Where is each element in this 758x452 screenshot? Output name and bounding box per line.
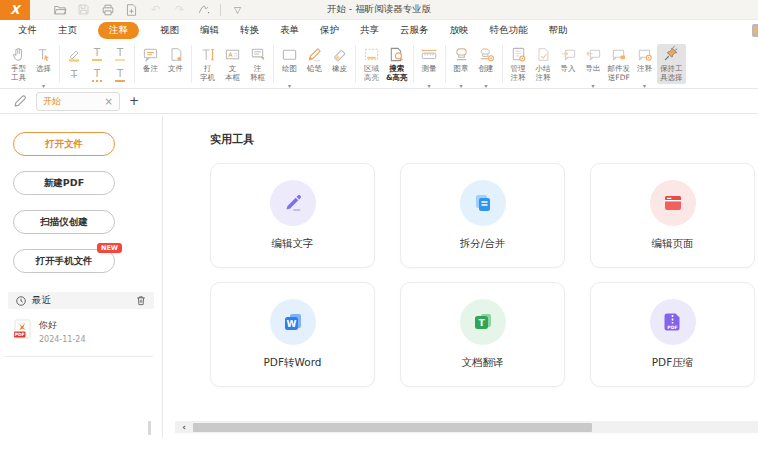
start-tab-label: 开始 bbox=[43, 95, 105, 108]
ribbon-divider bbox=[445, 45, 446, 83]
split-merge-icon bbox=[460, 180, 506, 226]
quill-pen-icon[interactable] bbox=[12, 93, 28, 109]
summarize-comments-button[interactable]: 小结 注释 bbox=[531, 44, 556, 82]
scrollbar-thumb[interactable] bbox=[193, 423, 592, 432]
menu-tab-file[interactable]: 文件 bbox=[18, 24, 37, 37]
open-mobile-file-button[interactable]: 打开手机文件 NEW bbox=[13, 249, 115, 273]
note-bubble-icon bbox=[142, 44, 159, 63]
pdf-to-word-card[interactable]: W PDF转Word bbox=[210, 282, 375, 387]
mobile-phone-icon[interactable] bbox=[752, 24, 758, 37]
pdf-compress-card[interactable]: PDF PDF压缩 bbox=[590, 282, 755, 387]
menu-tab-help[interactable]: 帮助 bbox=[549, 24, 568, 37]
ribbon-divider bbox=[273, 45, 274, 83]
menu-tab-edit[interactable]: 编辑 bbox=[200, 24, 219, 37]
new-document-icon[interactable] bbox=[124, 2, 139, 17]
manage-comments-icon bbox=[510, 44, 527, 63]
scrollbar-grip[interactable] bbox=[148, 421, 151, 435]
content-area: 打开文件 新建PDF 扫描仪创建 打开手机文件 NEW 最近 PDF bbox=[0, 114, 758, 452]
text-markup-group bbox=[63, 45, 131, 85]
text-underline-thin-icon[interactable] bbox=[109, 45, 131, 64]
tool-cards-grid: 编辑文字 拆分/合并 编辑页面 W PDF转Word bbox=[210, 163, 758, 387]
callout-button[interactable]: 注 释框 bbox=[245, 44, 270, 82]
export-comments-button[interactable]: 导出 bbox=[581, 44, 606, 92]
text-squiggly-icon[interactable] bbox=[86, 66, 108, 85]
menu-tab-share[interactable]: 共享 bbox=[360, 24, 379, 37]
dropdown-arrow-icon bbox=[288, 73, 291, 92]
toolbar-separator bbox=[220, 4, 221, 16]
recent-file-item[interactable]: PDF 你好 2024-11-24 bbox=[14, 319, 162, 344]
create-stamp-button[interactable]: 创建 bbox=[474, 44, 499, 92]
menu-tab-form[interactable]: 表单 bbox=[280, 24, 299, 37]
menu-tab-home[interactable]: 主页 bbox=[58, 24, 77, 37]
import-comments-button[interactable]: 导入 bbox=[556, 44, 581, 73]
menu-bar: 文件 主页 注释 视图 编辑 转换 表单 保护 共享 云服务 放映 特色功能 帮… bbox=[0, 20, 758, 41]
textbox-button[interactable]: 文 本框 bbox=[220, 44, 245, 82]
close-tab-icon[interactable]: × bbox=[105, 96, 113, 107]
ribbon-toolbar: 手型 工具 选择 备注 文件 打 字机 bbox=[0, 41, 758, 89]
dropdown-arrow-icon bbox=[460, 73, 463, 92]
dropdown-arrow-icon bbox=[592, 73, 595, 92]
textbox-icon bbox=[224, 44, 241, 63]
edit-pages-icon bbox=[650, 180, 696, 226]
open-file-button[interactable]: 打开文件 bbox=[13, 132, 115, 156]
comment-settings-icon bbox=[636, 44, 653, 63]
menu-tab-present[interactable]: 放映 bbox=[450, 24, 469, 37]
edit-text-icon bbox=[270, 180, 316, 226]
menu-tab-comment[interactable]: 注释 bbox=[98, 22, 139, 39]
save-icon[interactable] bbox=[76, 2, 91, 17]
start-tab[interactable]: 开始 × bbox=[36, 92, 120, 111]
manage-comments-button[interactable]: 管理 注释 bbox=[506, 44, 531, 82]
edit-text-card[interactable]: 编辑文字 bbox=[210, 163, 375, 268]
svg-text:T: T bbox=[478, 318, 485, 328]
text-insert-icon[interactable] bbox=[109, 66, 131, 85]
file-attach-icon bbox=[168, 44, 184, 63]
split-merge-card[interactable]: 拆分/合并 bbox=[400, 163, 565, 268]
utility-tools-heading: 实用工具 bbox=[210, 132, 758, 147]
scroll-left-icon[interactable]: ‹ bbox=[175, 422, 193, 432]
keep-tool-selected-button[interactable]: 保持工 具选择 bbox=[657, 44, 686, 84]
import-comments-icon bbox=[560, 44, 577, 63]
select-cursor-icon bbox=[35, 44, 52, 63]
customize-toolbar-icon[interactable] bbox=[230, 2, 245, 17]
measure-button[interactable]: 测量 bbox=[417, 44, 442, 92]
ink-sign-icon[interactable] bbox=[196, 2, 211, 17]
app-logo-icon: X bbox=[0, 0, 30, 20]
svg-text:PDF: PDF bbox=[15, 332, 25, 337]
menu-tab-view[interactable]: 视图 bbox=[160, 24, 179, 37]
stamp-create-icon bbox=[478, 44, 495, 63]
comment-settings-button[interactable]: 注释 bbox=[632, 44, 657, 92]
edit-pages-card[interactable]: 编辑页面 bbox=[590, 163, 755, 268]
area-highlight-button[interactable]: 区域 高亮 bbox=[359, 44, 384, 82]
stamp-button[interactable]: 图章 bbox=[449, 44, 474, 92]
hand-tool-button[interactable]: 手型 工具 bbox=[6, 44, 31, 82]
pdf-to-word-icon: W bbox=[270, 299, 316, 345]
new-tab-icon[interactable]: + bbox=[129, 94, 139, 108]
undo-icon[interactable] bbox=[148, 2, 163, 17]
print-icon[interactable] bbox=[100, 2, 115, 17]
new-pdf-button[interactable]: 新建PDF bbox=[13, 171, 115, 195]
eraser-button[interactable]: 橡皮 bbox=[327, 44, 352, 73]
menu-tab-protect[interactable]: 保护 bbox=[320, 24, 339, 37]
pdf-file-icon: PDF bbox=[14, 319, 31, 339]
pencil-button[interactable]: 铅笔 bbox=[302, 44, 327, 73]
text-highlight-icon[interactable] bbox=[63, 45, 85, 64]
file-annotation-button[interactable]: 文件 bbox=[163, 44, 188, 73]
text-underline-icon[interactable] bbox=[86, 45, 108, 64]
menu-tab-cloud[interactable]: 云服务 bbox=[400, 24, 429, 37]
doc-translate-card[interactable]: T 文档翻译 bbox=[400, 282, 565, 387]
redo-icon[interactable] bbox=[172, 2, 187, 17]
search-highlight-button[interactable]: 搜索 &高亮 bbox=[384, 44, 410, 82]
menu-tab-feature[interactable]: 特色功能 bbox=[490, 24, 528, 37]
draw-button[interactable]: 绘图 bbox=[277, 44, 302, 92]
typewriter-button[interactable]: 打 字机 bbox=[195, 44, 220, 82]
menu-tab-convert[interactable]: 转换 bbox=[240, 24, 259, 37]
open-folder-icon[interactable] bbox=[52, 2, 67, 17]
trash-icon[interactable] bbox=[135, 294, 147, 307]
email-fdf-button[interactable]: 邮件发 送FDF bbox=[606, 44, 633, 82]
text-strikeout-icon[interactable] bbox=[63, 66, 85, 85]
scanner-create-button[interactable]: 扫描仪创建 bbox=[13, 210, 115, 234]
select-tool-button[interactable]: 选择 bbox=[31, 44, 56, 92]
horizontal-scrollbar[interactable]: ‹ bbox=[175, 421, 758, 433]
svg-text:PDF: PDF bbox=[667, 325, 677, 330]
note-button[interactable]: 备注 bbox=[138, 44, 163, 73]
